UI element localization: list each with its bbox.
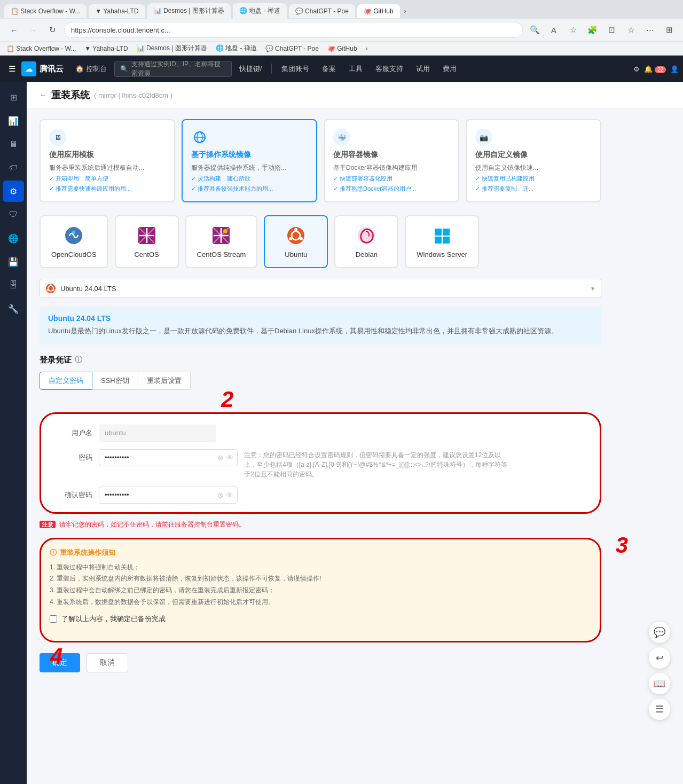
tab-ssh-key[interactable]: SSH密钥 — [92, 372, 138, 390]
bookmark-chatgpt[interactable]: 💬 ChatGPT - Poe — [265, 45, 319, 52]
bookmark-desmos[interactable]: 📊 Desmos | 图形计算器 — [137, 44, 207, 53]
image-type-app-template[interactable]: 🖥 使用应用模板 服务器重装系统后通过模板自动... 开箱即用，简单方便 推荐需… — [40, 119, 175, 202]
os-card-centos-stream[interactable]: CentOS Stream — [185, 215, 258, 268]
more-bookmarks[interactable]: › — [366, 45, 368, 52]
version-dropdown[interactable]: Ubuntu 24.04 LTS ▼ — [40, 279, 601, 298]
sidebar-item-tag[interactable]: 🏷 — [3, 157, 24, 178]
username-input[interactable] — [99, 425, 216, 442]
float-docs-btn[interactable]: 📖 — [649, 673, 670, 694]
nav-tools[interactable]: 工具 — [343, 61, 368, 77]
os-image-icon — [191, 129, 208, 146]
tab-stackoverflow[interactable]: 📋 Stack Overflow - W... — [4, 4, 87, 18]
clear-password-btn[interactable]: ⊗ — [217, 453, 224, 462]
bookmark-yahaha[interactable]: ▼ Yahaha-LTD — [84, 45, 128, 52]
float-support-btn[interactable]: 💬 — [649, 622, 670, 643]
username-row: 用户名 — [50, 425, 591, 442]
sidebar-item-home[interactable]: ⊞ — [3, 87, 24, 108]
search-btn[interactable]: 🔍 — [527, 22, 542, 37]
btn-group: 确定 取消 — [40, 653, 601, 672]
tab-post-reinstall[interactable]: 重装后设置 — [138, 372, 191, 390]
sidebar-item-db[interactable]: 🗄 — [3, 275, 24, 296]
credentials-info-icon[interactable]: ⓘ — [75, 355, 82, 365]
reload-button[interactable]: ↻ — [45, 22, 60, 37]
nav-group[interactable]: 集团账号 — [276, 61, 315, 77]
nav-search[interactable]: 🔍 支持通过实例ID、IP、名称等搜索资源 — [114, 61, 232, 77]
tab-desmos[interactable]: 📊 Desmos | 图形计算器 — [147, 3, 231, 19]
back-button[interactable]: ← — [40, 91, 47, 99]
os-card-debian[interactable]: Debian — [334, 215, 398, 268]
dropdown-caret: ▼ — [590, 286, 595, 292]
tab-chatgpt[interactable]: 💬 ChatGPT - Poe — [289, 4, 355, 18]
tab-diban[interactable]: 🌐 地盘 - 禅道 — [233, 3, 287, 19]
extensions-btn[interactable]: 🧩 — [585, 22, 600, 37]
sidebar-item-monitor[interactable]: 📊 — [3, 110, 24, 131]
version-os-icon — [45, 283, 56, 294]
tab-github[interactable]: 🐙 GitHub — [357, 4, 400, 18]
nav-backup[interactable]: 备案 — [317, 61, 341, 77]
os-card-ubuntu[interactable]: Ubuntu — [264, 215, 328, 268]
float-list-btn[interactable]: ☰ — [649, 699, 670, 720]
info-desc: Ubuntu是最热门的Linux发行版之一，是一款开放源代码的免费软件，基于De… — [48, 326, 593, 337]
username-input-wrap — [99, 425, 238, 442]
notice-container: 3 ⓘ 重装系统操作须知 1. 重装过程中将强制自动关机； 2. 重装后，实例系… — [40, 538, 601, 642]
card-check-app-2: 推荐需要快速构建应用的用... — [49, 185, 166, 193]
image-type-os[interactable]: 基于操作系统镜像 服务器提供纯操作系统，手动搭... 灵活构建，随心所欲 推荐具… — [182, 119, 317, 202]
opencloudos-name: OpenCloudOS — [51, 250, 97, 258]
nav-shortcut[interactable]: 快捷键/ — [234, 61, 268, 77]
confirm-button[interactable]: 确定 — [40, 653, 80, 672]
confirm-input-wrap: ⊗ 👁 — [99, 487, 238, 504]
profile-btn[interactable]: ⊡ — [604, 22, 619, 37]
float-refresh-btn[interactable]: ↩ — [649, 647, 670, 669]
bookmark-btn[interactable]: ☆ — [566, 22, 580, 37]
tab-custom-password[interactable]: 自定义密码 — [40, 372, 92, 390]
svg-point-11 — [289, 237, 292, 240]
more-tabs-btn[interactable]: › — [404, 7, 406, 15]
ubuntu-icon — [285, 225, 307, 246]
svg-point-22 — [52, 289, 54, 291]
back-button[interactable]: ← — [6, 22, 21, 37]
confirm-input[interactable] — [99, 487, 238, 504]
toggle-confirm-btn[interactable]: 👁 — [226, 491, 233, 499]
sidebar-item-settings[interactable]: ⚙ — [3, 181, 24, 202]
sidebar-item-tools2[interactable]: 🔧 — [3, 298, 24, 319]
centos-icon — [136, 225, 158, 246]
more-btn[interactable]: ⋯ — [642, 22, 657, 37]
password-input[interactable] — [99, 449, 238, 466]
fav-btn[interactable]: ☆ — [623, 22, 638, 37]
toggle-password-btn[interactable]: 👁 — [226, 453, 233, 462]
confirm-checkbox[interactable] — [50, 615, 57, 623]
sidebar-item-security[interactable]: 🛡 — [3, 204, 24, 225]
notice-list: 1. 重装过程中将强制自动关机； 2. 重装后，实例系统盘内的所有数据将被清除，… — [50, 562, 591, 608]
bookmark-github[interactable]: 🐙 GitHub — [327, 45, 357, 52]
sidebar-item-server[interactable]: 🖥 — [3, 134, 24, 155]
annotation-2: 2 — [221, 387, 233, 412]
tab-yahaha[interactable]: ▼ Yahaha-LTD — [89, 4, 145, 18]
menu-btn[interactable]: ☰ — [4, 61, 19, 76]
sidebar-item-network[interactable]: 🌐 — [3, 228, 24, 249]
nav-support[interactable]: 客服支持 — [370, 61, 409, 77]
notification-badge: 22 — [655, 66, 666, 73]
bookmark-stackoverflow[interactable]: 📋 Stack Overflow - W... — [6, 45, 76, 52]
svg-point-10 — [294, 228, 297, 231]
credentials-section-title: 登录凭证 ⓘ — [40, 355, 601, 365]
nav-fee[interactable]: 费用 — [437, 61, 462, 77]
notification-icon[interactable]: 🔔 22 — [644, 65, 666, 73]
address-bar[interactable] — [64, 22, 523, 38]
os-card-opencloudos[interactable]: OpenCloudOS — [40, 215, 108, 268]
os-card-windows[interactable]: Windows Server — [405, 215, 479, 268]
sidebar-item-storage[interactable]: 💾 — [3, 251, 24, 272]
image-type-custom[interactable]: 📷 使用自定义镜像 使用自定义镜像快速... 快速复用已构建应用 推荐需要复制、… — [466, 119, 601, 202]
image-type-container[interactable]: 🐳 使用容器镜像 基于Docker容器镜像构建应用 快速部署容器化应用 推荐熟悉… — [324, 119, 459, 202]
forward-button[interactable]: → — [26, 22, 41, 37]
svg-rect-17 — [443, 237, 450, 244]
user-icon[interactable]: 👤 — [670, 65, 679, 73]
clear-confirm-btn[interactable]: ⊗ — [217, 491, 224, 499]
bookmark-diban[interactable]: 🌐 地盘 - 禅道 — [216, 44, 257, 53]
settings-icon[interactable]: ⚙ — [633, 65, 640, 73]
os-card-centos[interactable]: CentOS — [115, 215, 179, 268]
sidebar-toggle[interactable]: ⊞ — [662, 22, 677, 37]
cancel-button[interactable]: 取消 — [87, 653, 128, 672]
nav-home[interactable]: 🏠 控制台 — [70, 61, 112, 77]
nav-trial[interactable]: 试用 — [411, 61, 435, 77]
translate-btn[interactable]: A — [546, 22, 561, 37]
